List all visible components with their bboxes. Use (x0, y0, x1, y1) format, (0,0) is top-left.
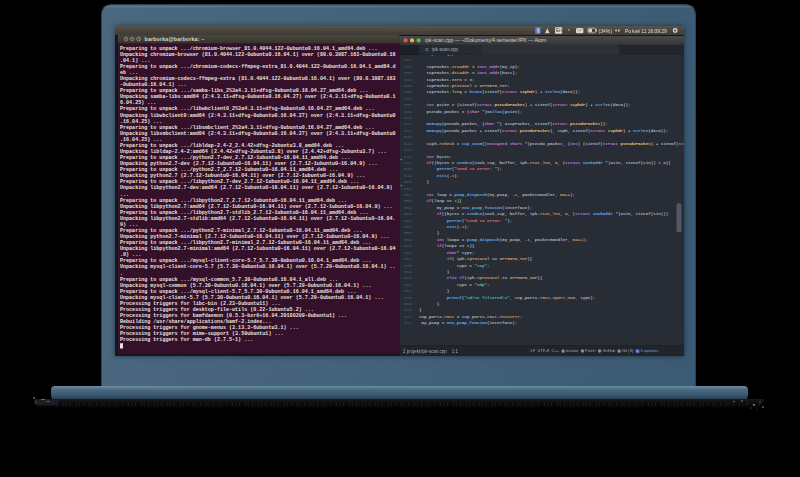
svg-text:Po kvě 11 16:09:29: Po kvě 11 16:09:29 (625, 29, 667, 34)
svg-text:En: En (556, 28, 562, 33)
svg-text:(34%): (34%) (599, 28, 613, 34)
